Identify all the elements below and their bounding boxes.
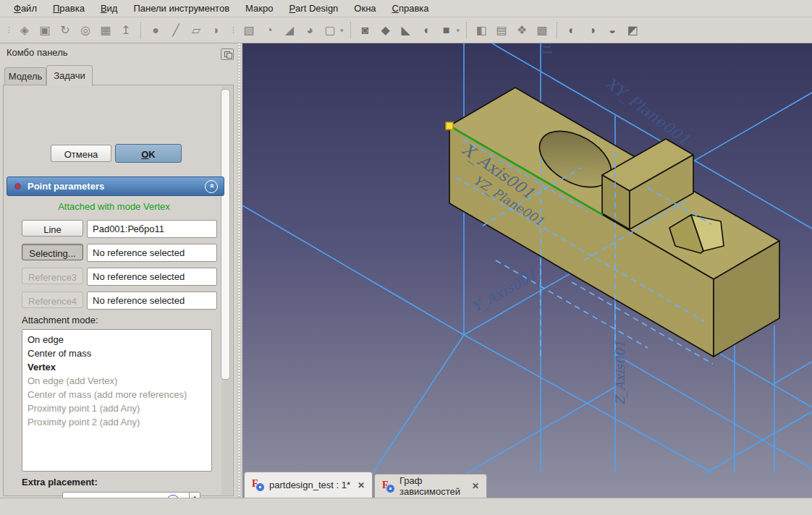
menu-edit[interactable]: Правка: [45, 0, 93, 17]
status-bar: [0, 498, 812, 515]
attachment-status-text: Attached with mode Vertex: [4, 201, 224, 212]
multitransform-icon[interactable]: ▩: [533, 21, 551, 40]
menu-windows[interactable]: Окна: [346, 0, 384, 17]
document-tab-label: Граф зависимостей: [399, 475, 466, 497]
z-axis-label: Z_Axis001: [613, 341, 628, 405]
thickness-icon[interactable]: ◩: [623, 21, 642, 40]
datum-point-icon[interactable]: ●: [146, 21, 165, 40]
tag-icon[interactable]: ◈: [15, 21, 34, 40]
reference2-field[interactable]: No reference selected: [87, 244, 217, 262]
list-item[interactable]: Center of mass (add more references): [22, 388, 211, 401]
toolbar-separator: [140, 22, 141, 39]
tab-tasks[interactable]: Задачи: [46, 65, 93, 86]
groove-icon[interactable]: ◆: [376, 21, 395, 40]
tasks-panel: Отмена OK Point parameters » Attached wi…: [3, 85, 234, 496]
reference3-field[interactable]: No reference selected: [87, 268, 217, 286]
panel-splitter[interactable]: [237, 43, 242, 498]
document-tab-partdesign-test[interactable]: F partdesign_test : 1* ✕: [244, 472, 373, 498]
document-tab-label: partdesign_test : 1*: [269, 480, 350, 490]
menu-help[interactable]: Справка: [384, 0, 437, 17]
attachment-mode-list[interactable]: On edge Center of mass Vertex On edge (a…: [22, 329, 212, 472]
tab-model[interactable]: Модель: [4, 67, 46, 85]
close-icon[interactable]: ✕: [352, 480, 365, 490]
datum-line-icon[interactable]: ╱: [166, 21, 185, 40]
list-item-selected[interactable]: Vertex: [22, 360, 211, 374]
reference4-button[interactable]: Reference4: [22, 291, 83, 308]
dropdown-caret-icon[interactable]: ▾: [457, 27, 460, 34]
additive-box-icon[interactable]: ▢: [321, 21, 339, 40]
toolbar-grip[interactable]: ⋮: [229, 25, 236, 35]
document-tab-dependency-graph[interactable]: F Граф зависимостей ✕: [374, 474, 487, 498]
group-title: Point parameters: [28, 181, 205, 192]
menu-view[interactable]: Вид: [93, 0, 126, 17]
list-item[interactable]: Center of mass: [22, 346, 211, 360]
menu-file[interactable]: Файл: [6, 0, 45, 17]
freecad-file-icon: F: [382, 481, 394, 492]
combo-panel: Комбо панель Модель Задачи Отмена OK Poi…: [0, 43, 237, 498]
menu-part-design[interactable]: Part Design: [281, 0, 346, 17]
chamfer-icon[interactable]: ◑: [583, 21, 601, 40]
additive-stack-icon[interactable]: ▧: [240, 21, 258, 40]
3d-viewport[interactable]: XY_Plane001 01 X_Axis001 YZ_Plane001 Y_A…: [242, 43, 812, 498]
revolution-icon[interactable]: ◢: [280, 21, 299, 40]
point-parameters-header[interactable]: Point parameters »: [7, 176, 224, 196]
draft-icon[interactable]: ◒: [603, 21, 622, 40]
list-item[interactable]: Proximity point 2 (add Any): [22, 415, 211, 429]
datum-plane-icon[interactable]: ▱: [187, 21, 206, 40]
attachment-mode-label: Attachment mode:: [22, 315, 98, 325]
workbench-box-icon[interactable]: ▣: [35, 21, 54, 40]
polar-pattern-icon[interactable]: ❖: [512, 21, 531, 40]
subtractive-pipe-icon[interactable]: ◖: [417, 21, 436, 40]
reference4-field[interactable]: No reference selected: [87, 291, 217, 310]
list-item[interactable]: Proximity point 1 (add Any): [22, 401, 211, 415]
menu-macro[interactable]: Макро: [237, 0, 281, 17]
freecad-window: Файл Правка Вид Панели инструментов Макр…: [0, 0, 812, 515]
document-search-icon[interactable]: ◎: [76, 21, 95, 40]
fillet-icon[interactable]: ◐: [562, 21, 581, 40]
selecting-button[interactable]: Selecting...: [22, 244, 83, 260]
line-reference-button[interactable]: Line: [22, 220, 83, 237]
reference3-button[interactable]: Reference3: [22, 268, 83, 284]
point-icon: [14, 183, 21, 190]
panel-scrollbar-track[interactable]: [221, 86, 232, 495]
export-icon[interactable]: ↥: [117, 21, 135, 40]
float-panel-icon[interactable]: [221, 48, 234, 60]
cancel-button[interactable]: Отмена: [51, 145, 111, 162]
list-item[interactable]: On edge: [22, 333, 211, 346]
panel-title: Комбо панель: [7, 47, 68, 58]
panel-scrollbar-thumb[interactable]: [221, 89, 230, 380]
gear-icon: [387, 485, 394, 492]
menu-toolbars[interactable]: Панели инструментов: [125, 0, 237, 17]
ok-button[interactable]: OK: [115, 144, 182, 163]
toolbar-separator: [350, 22, 351, 39]
package-gear-icon[interactable]: ▦: [96, 21, 115, 40]
selected-vertex-marker[interactable]: [446, 122, 453, 129]
additive-pipe-icon[interactable]: ◕: [300, 21, 319, 40]
subtractive-loft-icon[interactable]: ◣: [397, 21, 415, 40]
toolbar-grip[interactable]: ⋮: [5, 25, 12, 35]
subtractive-box-icon[interactable]: ■: [437, 21, 456, 40]
restore-icon: [227, 53, 232, 59]
reference1-field[interactable]: Pad001:Ребро11: [87, 220, 217, 238]
menu-bar: Файл Правка Вид Панели инструментов Макр…: [0, 0, 812, 17]
shape-binder-icon[interactable]: ◗: [207, 21, 226, 40]
close-icon[interactable]: ✕: [466, 481, 479, 491]
mirrored-icon[interactable]: ◧: [472, 21, 491, 40]
dropdown-caret-icon[interactable]: ▾: [340, 27, 344, 34]
freecad-file-icon: F: [252, 480, 263, 490]
pocket-icon[interactable]: ◙: [356, 21, 375, 40]
toolbar-separator: [466, 22, 467, 39]
gear-icon: [257, 484, 263, 490]
toolbar: ⋮ ◈ ▣ ↻ ◎ ▦ ↥ ● ╱ ▱ ◗ ⋮ ▧ ◔ ◢ ◕ ▢ ▾ ◙ ◆ …: [0, 17, 812, 43]
toolbar-separator: [557, 22, 557, 39]
extra-placement-label: Extra placement:: [22, 477, 98, 488]
list-item[interactable]: On edge (add Vertex): [22, 374, 211, 388]
linear-pattern-icon[interactable]: ▤: [492, 21, 511, 40]
document-refresh-icon[interactable]: ↻: [56, 21, 75, 40]
pad-icon[interactable]: ◔: [260, 21, 279, 40]
collapse-icon[interactable]: »: [205, 180, 218, 193]
